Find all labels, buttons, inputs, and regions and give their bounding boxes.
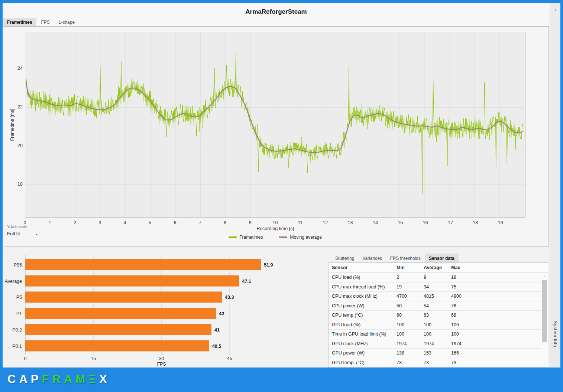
tab-fps-thresholds[interactable]: FPS thresholds xyxy=(386,254,425,263)
bar-category-label: P5 xyxy=(16,295,22,300)
bar-category-label: P95 xyxy=(14,262,22,268)
sensor-data-table: SensorMinAverageMax CPU load (%)2918CPU … xyxy=(328,262,548,368)
sensor-name-cell: CPU max thread load (%) xyxy=(329,282,397,292)
tab-sensor-data[interactable]: Sensor data xyxy=(425,254,459,263)
bar-category-label: P1 xyxy=(16,311,22,316)
legend-label: Moving average xyxy=(290,235,321,240)
bar-category-label: P0.1 xyxy=(12,344,22,349)
table-row: CPU max thread load (%)193475 xyxy=(329,282,548,292)
sensor-value-cell: 63 xyxy=(424,311,451,320)
bar-x-tick-label: 30 xyxy=(159,356,164,361)
chart-tab-bar: FrametimesFPSL-shape xyxy=(3,18,79,27)
bar-Average xyxy=(25,275,239,287)
column-header-min[interactable]: Min xyxy=(397,263,424,272)
tab-fps[interactable]: FPS xyxy=(36,18,54,27)
main-content: ArmaReforgerSteam FrametimesFPSL-shape 1… xyxy=(3,3,550,368)
sensor-value-cell: 153 xyxy=(424,349,451,358)
tab-l-shape[interactable]: L-shape xyxy=(54,18,79,27)
x-tick-label: 5 xyxy=(143,220,157,225)
bar-value-label: 47.1 xyxy=(242,279,251,284)
sensor-value-cell: 50 xyxy=(397,301,424,311)
x-tick-label: 3 xyxy=(93,220,107,225)
sensor-name-cell: CPU temp (°C) xyxy=(329,311,397,320)
y-tick-label: 24 xyxy=(10,66,23,71)
sensor-value-cell: 9 xyxy=(424,273,451,282)
y-axis-scale-value: Full fit xyxy=(7,231,20,236)
x-tick-label: 12 xyxy=(318,220,332,225)
scroll-up-icon[interactable]: ↑ xyxy=(541,273,547,279)
sensor-value-cell: 100 xyxy=(451,320,548,330)
tab-stuttering[interactable]: Stuttering xyxy=(331,254,358,263)
table-row: CPU max clock (MHz)470048154900 xyxy=(329,292,548,301)
percentile-bar-chart: P9551.9Average47.1P543.3P142P0.241P0.140… xyxy=(3,248,292,368)
chevron-left-icon[interactable]: ‹ xyxy=(550,6,561,13)
sensor-value-cell: 34 xyxy=(424,282,451,292)
table-header: SensorMinAverageMax xyxy=(329,263,548,273)
x-tick-label: 10 xyxy=(269,220,282,225)
x-tick-label: 6 xyxy=(168,220,182,225)
bar-x-axis-title: FPS xyxy=(157,362,166,367)
sensor-value-cell: 73 xyxy=(397,358,424,368)
sensor-value-cell: 60 xyxy=(397,311,424,320)
sensor-value-cell: 4815 xyxy=(424,292,451,301)
logo-x: X xyxy=(99,373,110,386)
logo-cap: CAP xyxy=(7,373,42,386)
bar-category-label: Average xyxy=(5,279,22,284)
system-info-side-panel[interactable]: ‹ System Info xyxy=(550,3,560,368)
bar-P0.2 xyxy=(25,324,211,335)
scroll-down-icon[interactable]: ↓ xyxy=(541,360,547,366)
x-tick-label: 17 xyxy=(444,220,457,225)
sensor-value-cell: 68 xyxy=(451,311,548,320)
tab-variances[interactable]: Variances xyxy=(358,254,386,263)
legend-label: Frametimes xyxy=(239,235,263,240)
bar-P0.1 xyxy=(25,340,209,352)
sensor-name-cell: Time in GPU load limit (%) xyxy=(329,330,397,339)
x-tick-label: 0 xyxy=(18,220,32,225)
bar-value-label: 51.9 xyxy=(264,262,273,268)
bar-P5 xyxy=(25,291,222,303)
frametime-chart-panel: 18202224 012345678910111213141516171819 … xyxy=(4,26,549,247)
legend-item: Moving average xyxy=(279,235,321,240)
x-tick-label: 1 xyxy=(43,220,56,225)
column-header-average[interactable]: Average xyxy=(424,263,451,272)
sensor-value-cell: 100 xyxy=(424,320,451,330)
sensor-value-cell: 18 xyxy=(451,273,548,282)
x-tick-label: 8 xyxy=(219,220,232,225)
frametime-plot-area[interactable] xyxy=(25,32,525,218)
x-axis-title: Recording time [s] xyxy=(25,226,525,231)
sensor-name-cell: GPU load (%) xyxy=(329,320,397,330)
legend-swatch xyxy=(229,236,237,238)
tab-frametimes[interactable]: Frametimes xyxy=(3,18,36,27)
column-header-max[interactable]: Max xyxy=(451,263,548,272)
table-row: CPU temp (°C)606368 xyxy=(329,311,548,320)
column-header-sensor[interactable]: Sensor xyxy=(329,263,397,272)
legend-swatch xyxy=(279,236,287,238)
x-tick-label: 13 xyxy=(344,220,357,225)
sensor-value-cell: 73 xyxy=(424,358,451,368)
bar-value-label: 42 xyxy=(219,311,224,316)
sensor-name-cell: GPU power (W) xyxy=(329,349,397,358)
x-tick-label: 16 xyxy=(419,220,432,225)
sensor-name-cell: GPU clock (MHz) xyxy=(329,339,397,349)
scrollbar-thumb[interactable] xyxy=(542,280,547,342)
table-row: CPU power (W)505476 xyxy=(329,301,548,311)
bar-category-label: P0.2 xyxy=(12,327,22,333)
title-bar: ArmaReforgerSteam xyxy=(3,3,550,27)
capframex-logo: CAPFRAMΞX xyxy=(7,373,110,386)
analysis-tab-bar: StutteringVariancesFPS thresholdsSensor … xyxy=(331,254,459,263)
sensor-value-cell: 100 xyxy=(451,330,548,339)
sensor-value-cell: 2 xyxy=(397,273,424,282)
bar-value-label: 40.5 xyxy=(212,344,221,349)
x-tick-label: 7 xyxy=(193,220,207,225)
sensor-value-cell: 75 xyxy=(451,282,548,292)
table-row: Time in GPU load limit (%)100100100 xyxy=(329,330,548,339)
table-scrollbar[interactable]: ↑ ↓ xyxy=(541,273,547,366)
bar-x-tick-label: 15 xyxy=(91,356,96,361)
table-body: CPU load (%)2918CPU max thread load (%)1… xyxy=(329,273,548,368)
sensor-name-cell: CPU load (%) xyxy=(329,273,397,282)
x-tick-label: 11 xyxy=(294,220,307,225)
bar-value-label: 41 xyxy=(214,327,220,333)
logo-fram: FRAM xyxy=(42,373,88,386)
y-axis-scale-dropdown[interactable]: Full fit ▼ xyxy=(7,231,40,239)
x-tick-label: 9 xyxy=(243,220,257,225)
